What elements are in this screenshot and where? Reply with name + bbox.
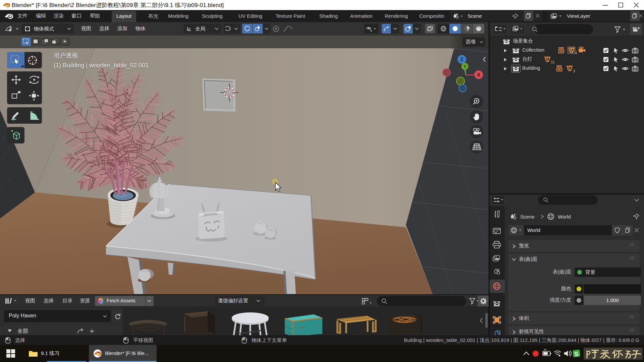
svg-text:S: S — [574, 351, 579, 357]
svg-text:11: 11 — [551, 60, 554, 64]
svg-text:4: 4 — [575, 51, 577, 55]
svg-text:3: 3 — [573, 69, 575, 73]
